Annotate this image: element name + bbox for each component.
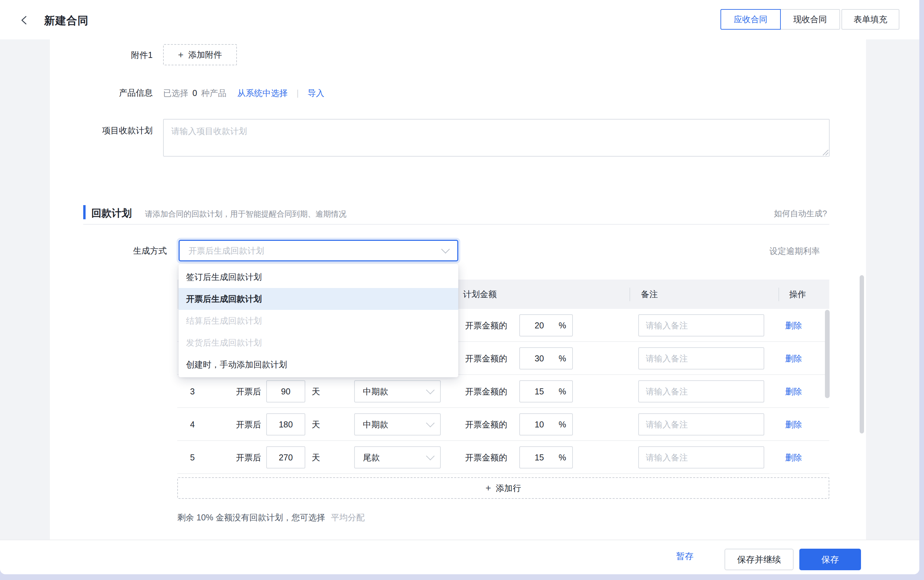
- add-row-label: 添加行: [496, 483, 521, 494]
- remaining-hint: 剩余 10% 金额没有回款计划，您可选择 平均分配: [177, 512, 365, 523]
- section-title: 回款计划: [91, 206, 132, 220]
- table-row-5: 5开票后天尾款开票金额的%删除: [177, 441, 829, 474]
- selected-prefix: 已选择: [163, 87, 188, 99]
- footer-bar: 暂存 保存并继续 保存: [0, 540, 919, 574]
- payment-type-select[interactable]: 尾款: [354, 446, 441, 468]
- remark-input-box: [638, 380, 764, 402]
- select-from-system-link[interactable]: 从系统中选择: [237, 87, 288, 99]
- product-info-label: 产品信息: [51, 88, 153, 97]
- percent-input[interactable]: [520, 381, 559, 402]
- after-invoice-label: 开票后: [236, 441, 261, 474]
- gen-method-value: 开票后生成回款计划: [188, 245, 442, 256]
- delete-row-link[interactable]: 删除: [785, 342, 802, 375]
- percent-input[interactable]: [520, 447, 559, 468]
- tab-form-fill[interactable]: 表单填充: [842, 9, 899, 30]
- average-distribute-link[interactable]: 平均分配: [331, 512, 365, 522]
- add-attachment-label: 添加附件: [188, 49, 222, 60]
- product-info-row: 已选择 0 种产品 从系统中选择 | 导入: [163, 88, 324, 98]
- temp-save-link[interactable]: 暂存: [676, 550, 693, 562]
- remark-input-box: [638, 413, 764, 435]
- dropdown-option-2[interactable]: 开票后生成回款计划: [178, 288, 458, 310]
- tab-cash-contract[interactable]: 现收合同: [780, 9, 840, 30]
- row-index: 5: [184, 441, 201, 474]
- remark-input-box: [638, 347, 764, 369]
- form-card: 附件1 + 添加附件 产品信息 已选择 0 种产品 从系统中选择 | 导入 项目…: [50, 40, 866, 540]
- percent-sign: %: [559, 387, 572, 396]
- payment-type-select[interactable]: 中期款: [354, 413, 441, 435]
- delete-row-link[interactable]: 删除: [785, 408, 802, 441]
- days-input-box: [266, 446, 305, 468]
- payment-type-value: 中期款: [363, 386, 427, 397]
- remaining-text: 剩余 10% 金额没有回款计划，您可选择: [177, 512, 325, 522]
- after-invoice-label: 开票后: [236, 375, 261, 408]
- page-scrollbar-thumb[interactable]: [860, 275, 864, 433]
- days-input[interactable]: [267, 381, 305, 402]
- after-invoice-label: 开票后: [236, 408, 261, 441]
- gen-method-label: 生成方式: [66, 246, 167, 255]
- amount-prefix-label: 开票金额的: [465, 309, 507, 342]
- percent-sign: %: [559, 321, 572, 330]
- day-unit-label: 天: [312, 375, 320, 408]
- dropdown-option-1[interactable]: 签订后生成回款计划: [178, 266, 458, 288]
- table-scrollbar-thumb[interactable]: [825, 310, 830, 398]
- remark-input[interactable]: [639, 315, 777, 336]
- save-button[interactable]: 保存: [799, 549, 861, 570]
- percent-input-box: %: [519, 347, 573, 369]
- delete-row-link[interactable]: 删除: [785, 441, 802, 474]
- col-header-remark: 备注: [641, 280, 658, 309]
- gen-method-select[interactable]: 开票后生成回款计划: [178, 240, 458, 261]
- import-link[interactable]: 导入: [307, 87, 324, 99]
- amount-prefix-label: 开票金额的: [465, 342, 507, 375]
- link-divider: |: [297, 88, 299, 98]
- tab-receivable-contract[interactable]: 应收合同: [721, 9, 781, 30]
- how-autogenerate-link[interactable]: 如何自动生成?: [774, 208, 827, 219]
- project-plan-textarea[interactable]: [163, 119, 830, 157]
- selected-suffix: 种产品: [201, 87, 226, 99]
- percent-input-box: %: [519, 446, 573, 468]
- selected-count: 0: [192, 88, 197, 98]
- percent-input-box: %: [519, 413, 573, 435]
- payment-type-select[interactable]: 中期款: [354, 380, 441, 402]
- day-unit-label: 天: [312, 408, 320, 441]
- dropdown-option-5[interactable]: 创建时，手动添加回款计划: [178, 354, 458, 376]
- remark-input[interactable]: [639, 447, 777, 468]
- dropdown-option-4: 发货后生成回款计划: [178, 332, 458, 354]
- delete-row-link[interactable]: 删除: [785, 375, 802, 408]
- chevron-down-icon: [441, 245, 450, 253]
- app-surface: 新建合同 应收合同 现收合同 表单填充 附件1 + 添加附件 产品信息 已选择 …: [0, 0, 919, 574]
- row-index: 3: [184, 375, 201, 408]
- set-overdue-rate-link[interactable]: 设定逾期利率: [769, 246, 820, 257]
- add-row-button[interactable]: + 添加行: [177, 477, 829, 499]
- day-unit-label: 天: [312, 441, 320, 474]
- percent-input[interactable]: [520, 414, 559, 435]
- days-input[interactable]: [267, 447, 305, 468]
- col-header-amount: 计划金额: [463, 280, 497, 309]
- days-input[interactable]: [267, 414, 305, 435]
- save-and-continue-button[interactable]: 保存并继续: [724, 549, 794, 570]
- add-attachment-button[interactable]: + 添加附件: [163, 44, 237, 65]
- remark-input-box: [638, 446, 764, 468]
- percent-input[interactable]: [520, 315, 559, 336]
- percent-input-box: %: [519, 314, 573, 336]
- column-separator: [629, 288, 630, 301]
- percent-input[interactable]: [520, 348, 559, 369]
- amount-prefix-label: 开票金额的: [465, 408, 507, 441]
- dropdown-option-3: 结算后生成回款计划: [178, 310, 458, 332]
- remark-input[interactable]: [639, 414, 777, 435]
- remark-input[interactable]: [639, 381, 777, 402]
- table-row-4: 4开票后天中期款开票金额的%删除: [177, 408, 829, 441]
- top-bar: 新建合同 应收合同 现收合同 表单填充: [0, 0, 919, 40]
- col-header-action: 操作: [789, 280, 806, 309]
- attachment-label: 附件1: [51, 50, 153, 59]
- days-input-box: [266, 380, 305, 402]
- percent-sign: %: [559, 354, 572, 363]
- back-arrow-icon[interactable]: [19, 15, 30, 26]
- chevron-down-icon: [426, 419, 434, 427]
- delete-row-link[interactable]: 删除: [785, 309, 802, 342]
- content-area: 附件1 + 添加附件 产品信息 已选择 0 种产品 从系统中选择 | 导入 项目…: [0, 40, 919, 540]
- remark-input[interactable]: [639, 348, 777, 369]
- project-plan-label: 项目收款计划: [51, 126, 153, 135]
- percent-sign: %: [559, 453, 572, 463]
- chevron-down-icon: [426, 386, 434, 394]
- payment-type-value: 尾款: [363, 452, 427, 463]
